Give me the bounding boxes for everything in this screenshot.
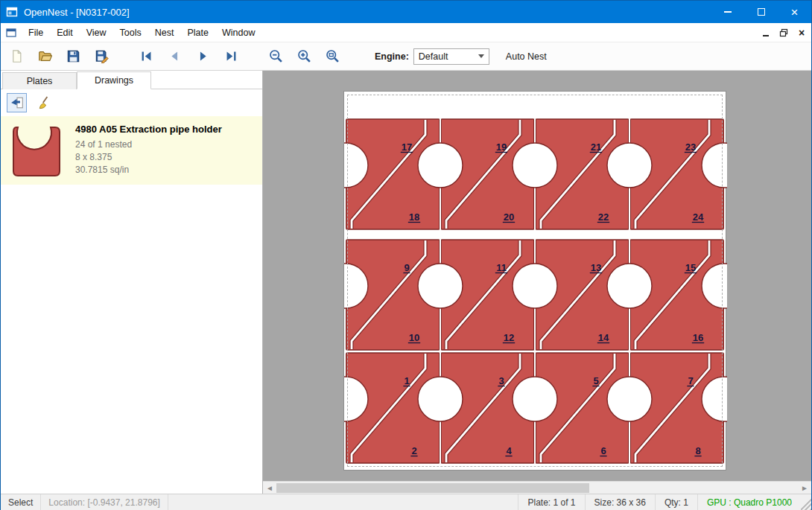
- part-number-label[interactable]: 23: [685, 141, 696, 153]
- part-number-label[interactable]: 21: [591, 141, 601, 153]
- nest-row: 12345678: [344, 353, 727, 464]
- save-button[interactable]: [62, 45, 84, 68]
- zoom-out-button[interactable]: [264, 45, 287, 68]
- part-number-label[interactable]: 10: [409, 332, 419, 343]
- drawing-info: 4980 A05 Extraction pipe holder 24 of 1 …: [75, 121, 222, 176]
- mdi-child-icon: [5, 27, 17, 39]
- menu-edit[interactable]: Edit: [50, 25, 80, 41]
- part-number-label[interactable]: 12: [504, 332, 514, 343]
- status-plate: Plate: 1 of 1: [518, 494, 584, 510]
- status-size: Size: 36 x 36: [585, 494, 655, 510]
- drawing-size: 8 x 8.375: [75, 151, 222, 164]
- menu-nest[interactable]: Nest: [148, 25, 181, 41]
- title-bar: OpenNest - [N0317-002] ×: [1, 1, 811, 23]
- scroll-left-icon[interactable]: ◄: [264, 483, 275, 493]
- new-document-icon: [10, 49, 24, 63]
- nest-row: 910111213141516: [344, 240, 727, 351]
- import-arrow-icon: [10, 96, 24, 109]
- part-pipe-hole: [513, 264, 557, 308]
- zoom-out-icon: [269, 49, 283, 63]
- close-button[interactable]: ×: [778, 1, 811, 23]
- engine-dropdown[interactable]: Default: [413, 48, 489, 65]
- save-as-button[interactable]: [90, 45, 112, 68]
- auto-nest-button[interactable]: Auto Nest: [501, 48, 551, 65]
- tab-drawings[interactable]: Drawings: [77, 71, 151, 89]
- status-mode: Select: [1, 494, 41, 510]
- part-number-label[interactable]: 22: [598, 211, 609, 223]
- part-number-label[interactable]: 2: [411, 445, 416, 456]
- broom-icon: [38, 96, 51, 109]
- status-qty: Qty: 1: [655, 494, 697, 510]
- part-number-label[interactable]: 24: [693, 211, 704, 223]
- mdi-minimize-button[interactable]: [758, 25, 774, 40]
- zoom-fit-button[interactable]: [321, 45, 343, 68]
- sidebar-tabs: Plates Drawings: [1, 71, 262, 89]
- clear-drawings-button[interactable]: [34, 93, 54, 112]
- part-pipe-hole: [418, 264, 463, 308]
- part-number-label[interactable]: 8: [695, 445, 700, 456]
- maximize-button[interactable]: [744, 1, 778, 23]
- part-number-label[interactable]: 17: [402, 141, 412, 153]
- nav-prev-button[interactable]: [163, 45, 185, 68]
- menu-window[interactable]: Window: [215, 25, 261, 41]
- part-number-label[interactable]: 19: [496, 141, 507, 153]
- open-button[interactable]: [34, 45, 56, 68]
- sidebar: Plates Drawings: [1, 71, 263, 494]
- part-pipe-hole: [513, 377, 557, 421]
- part-number-label[interactable]: 5: [593, 375, 598, 386]
- resize-grip[interactable]: [801, 494, 811, 510]
- mdi-minimize-icon: [763, 35, 769, 36]
- part-number-label[interactable]: 4: [506, 445, 512, 456]
- new-button[interactable]: [5, 45, 28, 68]
- menu-plate[interactable]: Plate: [180, 25, 215, 41]
- nav-first-button[interactable]: [135, 45, 157, 68]
- part-number-label[interactable]: 7: [688, 375, 693, 386]
- import-drawing-button[interactable]: [7, 93, 27, 112]
- mdi-restore-button[interactable]: [775, 25, 792, 40]
- horizontal-scrollbar[interactable]: ◄ ►: [263, 481, 811, 494]
- nest-canvas[interactable]: 171819202122232491011121314151612345678 …: [263, 71, 811, 494]
- nav-next-button[interactable]: [191, 45, 214, 68]
- save-as-edit-icon: [95, 49, 109, 63]
- drawing-nested-count: 24 of 1 nested: [75, 138, 222, 151]
- part-pipe-hole: [607, 143, 652, 188]
- status-bar: Select Location: [-0.9437, 21.8796] Plat…: [1, 494, 811, 510]
- mdi-close-button[interactable]: ×: [793, 25, 810, 40]
- part-number-label[interactable]: 3: [498, 375, 504, 386]
- main-toolbar: Engine: Default Auto Nest: [1, 42, 811, 71]
- status-location: Location: [-0.9437, 21.8796]: [41, 494, 168, 510]
- menu-view[interactable]: View: [80, 25, 113, 41]
- part-number-label[interactable]: 20: [504, 211, 514, 223]
- status-gpu: GPU : Quadro P1000: [697, 494, 801, 510]
- scroll-right-icon[interactable]: ►: [799, 483, 810, 493]
- part-number-label[interactable]: 1: [404, 375, 409, 386]
- open-folder-icon: [38, 49, 52, 63]
- mdi-close-icon: ×: [799, 27, 805, 39]
- part-number-label[interactable]: 15: [685, 262, 696, 273]
- drawing-list-item[interactable]: 4980 A05 Extraction pipe holder 24 of 1 …: [1, 116, 262, 185]
- nav-last-button[interactable]: [220, 45, 242, 68]
- tab-plates[interactable]: Plates: [2, 72, 77, 89]
- part-pipe-hole: [607, 377, 652, 421]
- nest-row: 1718192021222324: [344, 119, 727, 230]
- minimize-button[interactable]: [711, 1, 744, 23]
- mdi-restore-icon: [779, 28, 788, 37]
- part-number-label[interactable]: 9: [404, 262, 409, 273]
- engine-label: Engine:: [375, 51, 409, 62]
- zoom-in-button[interactable]: [293, 45, 315, 68]
- part-pipe-hole: [418, 377, 463, 421]
- part-number-label[interactable]: 18: [409, 211, 419, 223]
- scrollbar-thumb[interactable]: [276, 483, 589, 493]
- part-number-label[interactable]: 14: [598, 332, 609, 343]
- app-window: OpenNest - [N0317-002] × File Edit View …: [0, 0, 812, 510]
- drawing-thumbnail: [8, 121, 65, 180]
- part-number-label[interactable]: 11: [496, 262, 507, 273]
- plate-sheet[interactable]: 171819202122232491011121314151612345678: [343, 91, 726, 471]
- menu-bar: File Edit View Tools Nest Plate Window ×: [1, 23, 811, 42]
- part-number-label[interactable]: 13: [591, 262, 601, 273]
- menu-file[interactable]: File: [22, 25, 50, 41]
- menu-tools[interactable]: Tools: [113, 25, 148, 41]
- part-number-label[interactable]: 16: [693, 332, 703, 343]
- part-number-label[interactable]: 6: [600, 445, 606, 456]
- close-icon: ×: [791, 6, 799, 19]
